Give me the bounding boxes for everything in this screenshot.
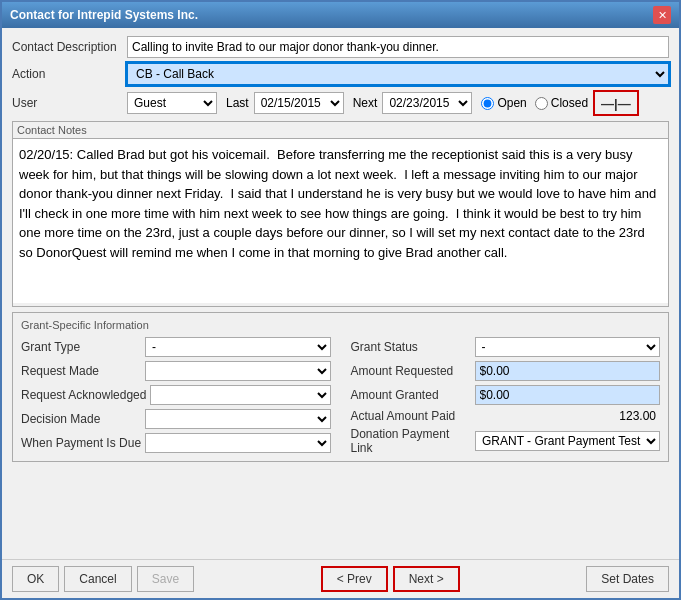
main-window: Contact for Intrepid Systems Inc. ✕ Cont…: [0, 0, 681, 600]
when-payment-due-row: When Payment Is Due: [21, 433, 331, 453]
donation-payment-link-label: Donation Payment Link: [351, 427, 472, 455]
grant-left-col: Grant Type - Request Made Request Acknow…: [21, 337, 331, 455]
user-row: User Guest Last 02/15/2015 Next 02/23/20…: [12, 90, 669, 116]
contact-notes-textarea[interactable]: 02/20/15: Called Brad but got his voicem…: [13, 138, 668, 303]
grant-status-row: Grant Status -: [351, 337, 661, 357]
action-select[interactable]: CB - Call Back: [127, 63, 669, 85]
grant-section-title: Grant-Specific Information: [21, 319, 660, 331]
grant-type-row: Grant Type -: [21, 337, 331, 357]
last-date-select[interactable]: 02/15/2015: [254, 92, 344, 114]
next-label: Next: [353, 96, 378, 110]
nav-buttons: < Prev Next >: [321, 566, 460, 592]
decision-made-select[interactable]: [145, 409, 331, 429]
cancel-button[interactable]: Cancel: [64, 566, 131, 592]
open-radio[interactable]: [481, 97, 494, 110]
set-dates-container: Set Dates: [586, 566, 669, 592]
title-bar: Contact for Intrepid Systems Inc. ✕: [2, 2, 679, 28]
grant-type-label: Grant Type: [21, 340, 141, 354]
request-acknowledged-label: Request Acknowledged: [21, 388, 146, 402]
request-made-label: Request Made: [21, 364, 141, 378]
actual-amount-paid-row: Actual Amount Paid 123.00: [351, 409, 661, 423]
grant-right-col: Grant Status - Amount Requested Amount G…: [351, 337, 661, 455]
prev-button[interactable]: < Prev: [321, 566, 388, 592]
grant-grid: Grant Type - Request Made Request Acknow…: [21, 337, 660, 455]
window-title: Contact for Intrepid Systems Inc.: [10, 8, 198, 22]
save-button[interactable]: Save: [137, 566, 194, 592]
amount-granted-row: Amount Granted: [351, 385, 661, 405]
bottom-left-buttons: OK Cancel Save: [12, 566, 194, 592]
decision-made-row: Decision Made: [21, 409, 331, 429]
amount-granted-label: Amount Granted: [351, 388, 471, 402]
decision-made-label: Decision Made: [21, 412, 141, 426]
grant-section: Grant-Specific Information Grant Type - …: [12, 312, 669, 462]
next-date-select[interactable]: 02/23/2015: [382, 92, 472, 114]
ok-button[interactable]: OK: [12, 566, 59, 592]
contact-description-row: Contact Description: [12, 36, 669, 58]
amount-granted-input[interactable]: [475, 385, 661, 405]
grant-status-label: Grant Status: [351, 340, 471, 354]
closed-radio-label[interactable]: Closed: [535, 96, 588, 110]
open-label: Open: [497, 96, 526, 110]
when-payment-due-label: When Payment Is Due: [21, 436, 141, 450]
request-made-select[interactable]: [145, 361, 331, 381]
bottom-bar: OK Cancel Save < Prev Next > Set Dates: [2, 559, 679, 598]
donation-payment-link-select[interactable]: GRANT - Grant Payment Test: [475, 431, 660, 451]
action-row: Action CB - Call Back: [12, 63, 669, 85]
amount-requested-input[interactable]: [475, 361, 661, 381]
when-payment-due-select[interactable]: [145, 433, 330, 453]
actual-amount-paid-value: 123.00: [475, 409, 661, 423]
grant-type-select[interactable]: -: [145, 337, 331, 357]
request-acknowledged-select[interactable]: [150, 385, 330, 405]
close-button[interactable]: ✕: [653, 6, 671, 24]
contact-notes-label: Contact Notes: [13, 122, 668, 138]
request-acknowledged-row: Request Acknowledged: [21, 385, 331, 405]
request-made-row: Request Made: [21, 361, 331, 381]
actual-amount-paid-label: Actual Amount Paid: [351, 409, 471, 423]
grant-status-select[interactable]: -: [475, 337, 661, 357]
status-radio-group: Open Closed: [481, 96, 588, 110]
last-label: Last: [226, 96, 249, 110]
contact-notes-section: Contact Notes 02/20/15: Called Brad but …: [12, 121, 669, 307]
contact-description-label: Contact Description: [12, 40, 122, 54]
action-label: Action: [12, 67, 122, 81]
donation-payment-link-row: Donation Payment Link GRANT - Grant Paym…: [351, 427, 661, 455]
closed-radio[interactable]: [535, 97, 548, 110]
amount-requested-label: Amount Requested: [351, 364, 471, 378]
main-content: Contact Description Action CB - Call Bac…: [2, 28, 679, 559]
user-select[interactable]: Guest: [127, 92, 217, 114]
timeline-button[interactable]: —|—: [593, 90, 639, 116]
closed-label: Closed: [551, 96, 588, 110]
open-radio-label[interactable]: Open: [481, 96, 526, 110]
next-button[interactable]: Next >: [393, 566, 460, 592]
amount-requested-row: Amount Requested: [351, 361, 661, 381]
set-dates-button[interactable]: Set Dates: [586, 566, 669, 592]
timeline-icon: —|—: [601, 96, 631, 111]
user-label: User: [12, 96, 122, 110]
contact-description-input[interactable]: [127, 36, 669, 58]
